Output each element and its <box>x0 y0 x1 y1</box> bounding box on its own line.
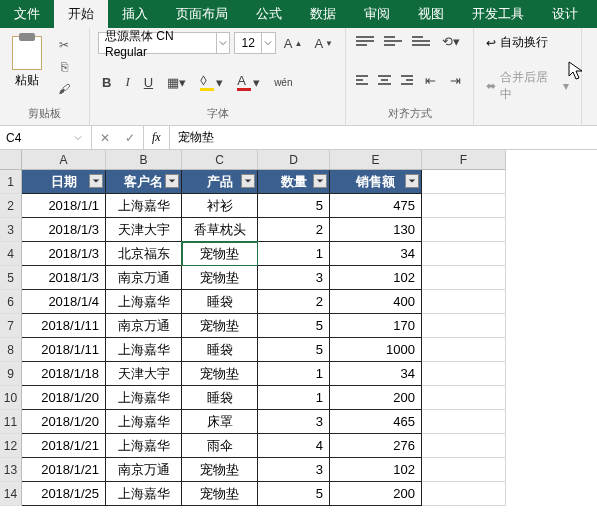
row-head-2[interactable]: 2 <box>0 194 22 218</box>
bold-button[interactable]: B <box>98 73 115 92</box>
cell[interactable]: 衬衫 <box>182 194 258 218</box>
cell[interactable]: 5 <box>258 194 330 218</box>
cell[interactable]: 4 <box>258 434 330 458</box>
filter-icon[interactable] <box>165 174 179 188</box>
cell[interactable]: 2 <box>258 218 330 242</box>
tab-插入[interactable]: 插入 <box>108 0 162 28</box>
cell[interactable]: 276 <box>330 434 422 458</box>
font-size-select[interactable]: 12 <box>234 32 275 54</box>
cancel-icon[interactable]: ✕ <box>100 131 110 145</box>
row-head-14[interactable]: 14 <box>0 482 22 506</box>
table-header[interactable]: 销售额 <box>330 170 422 194</box>
cell[interactable]: 1 <box>258 242 330 266</box>
cell[interactable] <box>422 338 506 362</box>
filter-icon[interactable] <box>241 174 255 188</box>
cell[interactable]: 上海嘉华 <box>106 434 182 458</box>
align-center-icon[interactable] <box>376 71 392 89</box>
cell[interactable]: 1 <box>258 362 330 386</box>
cell[interactable]: 3 <box>258 410 330 434</box>
cell[interactable]: 上海嘉华 <box>106 410 182 434</box>
align-bottom-icon[interactable] <box>410 32 432 50</box>
cell[interactable]: 34 <box>330 362 422 386</box>
tab-开始[interactable]: 开始 <box>54 0 108 28</box>
cell[interactable] <box>422 242 506 266</box>
cell[interactable]: 宠物垫 <box>182 482 258 506</box>
cell[interactable]: 2018/1/21 <box>22 458 106 482</box>
cell[interactable]: 南京万通 <box>106 266 182 290</box>
cell[interactable] <box>422 362 506 386</box>
cell[interactable]: 上海嘉华 <box>106 194 182 218</box>
cell[interactable]: 34 <box>330 242 422 266</box>
cell[interactable] <box>422 458 506 482</box>
row-head-8[interactable]: 8 <box>0 338 22 362</box>
cell[interactable] <box>422 194 506 218</box>
cell[interactable]: 475 <box>330 194 422 218</box>
row-head-4[interactable]: 4 <box>0 242 22 266</box>
cell[interactable]: 南京万通 <box>106 458 182 482</box>
row-head-13[interactable]: 13 <box>0 458 22 482</box>
cell[interactable]: 上海嘉华 <box>106 386 182 410</box>
cell[interactable] <box>422 386 506 410</box>
italic-button[interactable]: I <box>121 72 133 92</box>
orientation-button[interactable]: ⟲▾ <box>438 32 464 51</box>
format-painter-icon[interactable]: 🖌 <box>54 80 74 98</box>
row-head-10[interactable]: 10 <box>0 386 22 410</box>
cell[interactable]: 2018/1/21 <box>22 434 106 458</box>
row-head-5[interactable]: 5 <box>0 266 22 290</box>
cell[interactable]: 宠物垫 <box>182 266 258 290</box>
table-header[interactable]: 客户名 <box>106 170 182 194</box>
row-head-12[interactable]: 12 <box>0 434 22 458</box>
phonetic-button[interactable]: wén <box>270 75 296 90</box>
decrease-indent-icon[interactable]: ⇤ <box>421 71 440 90</box>
cell[interactable] <box>422 218 506 242</box>
cell[interactable]: 1 <box>258 386 330 410</box>
cell[interactable]: 雨伞 <box>182 434 258 458</box>
cell[interactable]: 2018/1/11 <box>22 338 106 362</box>
wrap-text-button[interactable]: ↩ 自动换行 <box>482 32 573 53</box>
align-top-icon[interactable] <box>354 32 376 50</box>
col-head-D[interactable]: D <box>258 150 330 170</box>
tab-文件[interactable]: 文件 <box>0 0 54 28</box>
cell[interactable]: 北京福东 <box>106 242 182 266</box>
cell[interactable]: 香草枕头 <box>182 218 258 242</box>
cell[interactable]: 3 <box>258 266 330 290</box>
cell[interactable]: 130 <box>330 218 422 242</box>
align-middle-icon[interactable] <box>382 32 404 50</box>
font-color-button[interactable]: A▾ <box>233 71 264 93</box>
cell[interactable]: 5 <box>258 314 330 338</box>
cell[interactable]: 465 <box>330 410 422 434</box>
filter-icon[interactable] <box>313 174 327 188</box>
filter-icon[interactable] <box>89 174 103 188</box>
cell[interactable]: 2018/1/3 <box>22 218 106 242</box>
tab-公式[interactable]: 公式 <box>242 0 296 28</box>
table-header[interactable]: 产品 <box>182 170 258 194</box>
cut-icon[interactable]: ✂ <box>54 36 74 54</box>
cell[interactable]: 2018/1/3 <box>22 242 106 266</box>
cell[interactable]: 2018/1/11 <box>22 314 106 338</box>
cell[interactable]: 2018/1/3 <box>22 266 106 290</box>
tab-视图[interactable]: 视图 <box>404 0 458 28</box>
increase-font-icon[interactable]: A▲ <box>280 34 307 53</box>
cell[interactable]: 睡袋 <box>182 290 258 314</box>
cell[interactable]: 2 <box>258 290 330 314</box>
cell[interactable]: 200 <box>330 386 422 410</box>
cell[interactable]: 天津大宇 <box>106 362 182 386</box>
cell[interactable]: 170 <box>330 314 422 338</box>
cell[interactable]: 2018/1/4 <box>22 290 106 314</box>
table-header[interactable]: 数量 <box>258 170 330 194</box>
accept-icon[interactable]: ✓ <box>125 131 135 145</box>
cell[interactable]: 2018/1/25 <box>22 482 106 506</box>
align-right-icon[interactable] <box>399 71 415 89</box>
cell[interactable]: 南京万通 <box>106 314 182 338</box>
tab-数据[interactable]: 数据 <box>296 0 350 28</box>
chevron-down-icon[interactable] <box>261 33 275 53</box>
cell[interactable]: 2018/1/18 <box>22 362 106 386</box>
row-head-3[interactable]: 3 <box>0 218 22 242</box>
cell[interactable]: 400 <box>330 290 422 314</box>
row-head-11[interactable]: 11 <box>0 410 22 434</box>
filter-icon[interactable] <box>405 174 419 188</box>
chevron-down-icon[interactable] <box>71 128 85 148</box>
cell[interactable]: 2018/1/20 <box>22 386 106 410</box>
cell[interactable]: 宠物垫 <box>182 314 258 338</box>
tab-设计[interactable]: 设计 <box>538 0 592 28</box>
